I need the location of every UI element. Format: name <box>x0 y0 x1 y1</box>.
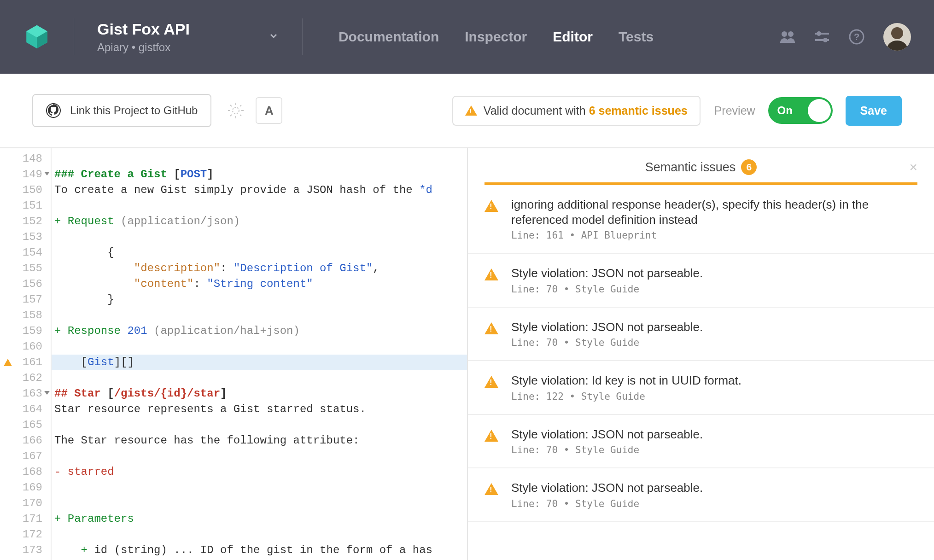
code-area[interactable]: ### Create a Gist [POST]To create a new … <box>52 148 467 560</box>
line-number: 155 <box>0 261 51 276</box>
editor-toolbar: Link this Project to GitHub A ! Valid do… <box>0 74 934 148</box>
svg-line-22 <box>230 115 232 116</box>
line-number: 164 <box>0 402 51 417</box>
line-number: 157 <box>0 292 51 308</box>
issue-meta: Line: 70 • Style Guide <box>511 444 917 455</box>
svg-point-15 <box>233 107 239 114</box>
code-line[interactable] <box>54 229 467 245</box>
issue-meta: Line: 70 • Style Guide <box>511 498 917 509</box>
code-line[interactable]: The Star resource has the following attr… <box>54 433 467 449</box>
code-line[interactable] <box>54 339 467 355</box>
svg-point-4 <box>788 31 794 37</box>
help-icon[interactable]: ? <box>848 29 865 45</box>
project-subtitle: Apiary • gistfox <box>97 41 190 54</box>
chevron-down-icon[interactable] <box>268 30 279 43</box>
project-selector[interactable]: Gist Fox API Apiary • gistfox <box>97 20 190 54</box>
svg-line-23 <box>240 105 241 106</box>
code-line[interactable]: To create a new Gist simply provide a JS… <box>54 182 467 198</box>
line-number: 160 <box>0 339 51 355</box>
issue-message: Style violation: JSON not parseable. <box>511 320 917 335</box>
issue-item[interactable]: Style violation: JSON not parseable. Lin… <box>468 415 934 469</box>
code-line[interactable]: ## Star [/gists/{id}/star] <box>54 386 467 402</box>
preview-label: Preview <box>714 104 755 117</box>
code-line[interactable] <box>54 370 467 386</box>
validation-status[interactable]: ! Valid document with 6 semantic issues <box>452 96 700 126</box>
code-line[interactable]: - starred <box>54 464 467 480</box>
code-line[interactable]: Star resource represents a Gist starred … <box>54 402 467 417</box>
code-line[interactable]: + id (string) ... ID of the gist in the … <box>54 542 467 558</box>
code-line[interactable] <box>54 527 467 542</box>
github-icon <box>46 103 61 118</box>
line-number: 162 <box>0 370 51 386</box>
code-line[interactable] <box>54 417 467 433</box>
settings-sliders-icon[interactable] <box>814 30 830 44</box>
logo[interactable] <box>23 23 51 51</box>
preview-toggle[interactable]: On <box>768 97 833 124</box>
issues-title: Semantic issues <box>645 160 736 175</box>
main-split: 1481491501511521531541551561571581591601… <box>0 148 934 560</box>
warning-icon <box>485 322 498 334</box>
issue-item[interactable]: Style violation: JSON not parseable. Lin… <box>468 308 934 362</box>
code-line[interactable]: "description": "Description of Gist", <box>54 261 467 276</box>
code-line[interactable]: [Gist][] <box>52 355 467 370</box>
line-number: 173 <box>0 542 51 558</box>
issues-header: Semantic issues 6 × <box>468 148 934 182</box>
line-number: 158 <box>0 308 51 323</box>
warning-icon <box>485 200 498 212</box>
svg-point-3 <box>782 31 787 37</box>
line-number: 152 <box>0 214 51 229</box>
link-github-label: Link this Project to GitHub <box>70 104 198 117</box>
line-number: 172 <box>0 527 51 542</box>
code-line[interactable]: ### Create a Gist [POST] <box>54 167 467 182</box>
warning-icon: ! <box>465 105 477 116</box>
code-line[interactable]: { <box>54 245 467 261</box>
issue-message: Style violation: JSON not parseable. <box>511 266 917 281</box>
svg-point-6 <box>817 31 821 36</box>
avatar[interactable] <box>883 23 911 51</box>
code-line[interactable] <box>54 151 467 167</box>
line-number: 167 <box>0 449 51 464</box>
code-line[interactable] <box>54 198 467 214</box>
code-line[interactable]: + Response 201 (application/hal+json) <box>54 323 467 339</box>
line-number: 171 <box>0 511 51 527</box>
code-line[interactable]: } <box>54 292 467 308</box>
code-line[interactable] <box>54 480 467 496</box>
brightness-icon[interactable] <box>225 100 246 121</box>
warning-icon <box>485 376 498 388</box>
team-icon[interactable] <box>779 30 796 44</box>
font-size-button[interactable]: A <box>256 97 282 124</box>
nav-editor[interactable]: Editor <box>553 29 593 45</box>
nav-tests[interactable]: Tests <box>619 29 654 45</box>
line-number: 163 <box>0 386 51 402</box>
code-line[interactable]: + Request (application/json) <box>54 214 467 229</box>
code-line[interactable] <box>54 496 467 511</box>
issue-meta: Line: 161 • API Blueprint <box>511 230 917 241</box>
toggle-knob <box>808 99 831 122</box>
project-title: Gist Fox API <box>97 20 190 38</box>
line-number: 156 <box>0 276 51 292</box>
svg-point-8 <box>823 38 828 42</box>
save-button[interactable]: Save <box>846 96 902 126</box>
code-line[interactable] <box>54 308 467 323</box>
line-gutter: 1481491501511521531541551561571581591601… <box>0 148 52 560</box>
issue-message: Style violation: JSON not parseable. <box>511 480 917 496</box>
status-text: Valid document with 6 semantic issues <box>484 104 688 117</box>
issue-item[interactable]: ignoring additional response header(s), … <box>468 185 934 254</box>
link-github-button[interactable]: Link this Project to GitHub <box>32 94 211 127</box>
issue-message: Style violation: JSON not parseable. <box>511 427 917 442</box>
issue-item[interactable]: Style violation: Id key is not in UUID f… <box>468 361 934 415</box>
code-line[interactable]: + Parameters <box>54 511 467 527</box>
app-header: Gist Fox API Apiary • gistfox Documentat… <box>0 0 934 74</box>
issue-item[interactable]: Style violation: JSON not parseable. Lin… <box>468 468 934 522</box>
warning-icon <box>485 268 498 280</box>
nav-documentation[interactable]: Documentation <box>339 29 439 45</box>
line-number: 168 <box>0 464 51 480</box>
code-line[interactable] <box>54 449 467 464</box>
separator <box>302 18 303 55</box>
issues-count-badge: 6 <box>741 159 757 175</box>
close-icon[interactable]: × <box>909 159 917 175</box>
code-editor[interactable]: 1481491501511521531541551561571581591601… <box>0 148 468 560</box>
code-line[interactable]: "content": "String content" <box>54 276 467 292</box>
nav-inspector[interactable]: Inspector <box>465 29 527 45</box>
issue-item[interactable]: Style violation: JSON not parseable. Lin… <box>468 254 934 308</box>
